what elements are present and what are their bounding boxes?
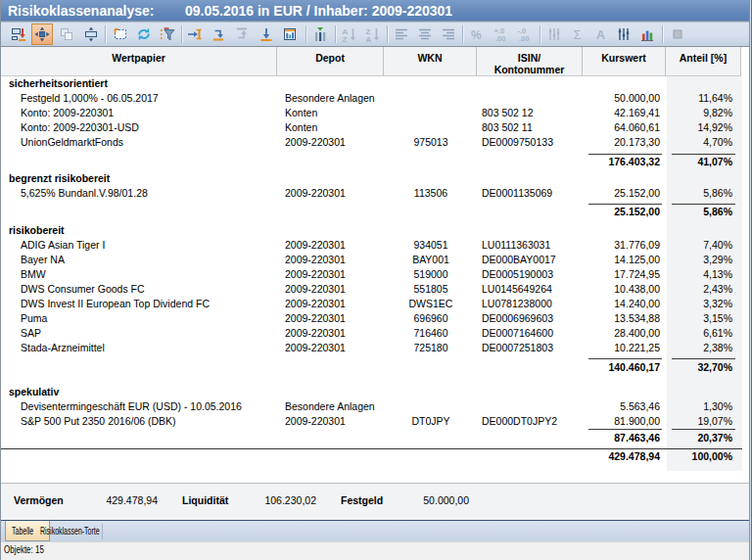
- subtotal-anteil: 32,70%: [668, 360, 732, 375]
- table-row[interactable]: 5,625% Bundanl.V.98/01.282009-2203011135…: [0, 186, 742, 201]
- subtotal-anteil: 41,07%: [668, 155, 732, 169]
- cell-depot: Konten: [285, 120, 317, 135]
- cell-isin: LU0145649264: [482, 282, 552, 297]
- cell-kurswert: 13.534,88: [584, 311, 660, 326]
- cell-depot: 2009-220301: [285, 297, 346, 311]
- cell-isin: 803 502 12: [482, 106, 534, 120]
- insert-row-below-icon[interactable]: [208, 23, 229, 45]
- cell-wertpapier: Devisentermingeschäft EUR (USD) - 10.05.…: [21, 399, 242, 414]
- cell-isin: DE0001135069: [482, 186, 552, 201]
- font-icon[interactable]: A: [590, 23, 612, 45]
- table-row[interactable]: ADIG Asian Tiger I2009-220301934051LU011…: [0, 238, 742, 253]
- risk-analysis-window: Risikoklassenanalyse: 09.05.2016 in EUR …: [0, 0, 752, 560]
- cell-anteil: 4,70%: [668, 135, 732, 150]
- remove-row-icon[interactable]: [231, 23, 253, 45]
- subtotal-row[interactable]: 25.152,005,86%: [0, 205, 742, 219]
- sort-asc-icon[interactable]: AZ: [339, 23, 360, 45]
- column-header-anteil[interactable]: Anteil [%]: [666, 47, 741, 75]
- cell-wkn: 551805: [385, 282, 477, 297]
- cell-wertpapier: Bayer NA: [21, 253, 65, 267]
- summary-bar: Vermögen 429.478,94 Liquidität 106.230,0…: [1, 483, 749, 520]
- align-left-icon[interactable]: [391, 23, 412, 45]
- cell-anteil: 4,13%: [668, 267, 732, 282]
- new-view-icon[interactable]: [110, 23, 131, 45]
- cell-anteil: 3,32%: [668, 297, 732, 311]
- group-row[interactable]: risikobereit: [0, 223, 742, 238]
- sort-desc-icon[interactable]: ZA: [362, 23, 384, 45]
- cell-depot: 2009-220301: [285, 341, 346, 355]
- column-header-isin[interactable]: ISIN/Kontonummer: [477, 47, 583, 75]
- column-header-depot[interactable]: Depot: [277, 47, 384, 75]
- row-chart-icon[interactable]: [279, 23, 301, 45]
- table-row[interactable]: DWS Invest II European Top Dividend FC20…: [0, 297, 742, 311]
- table-row[interactable]: Stada-Arzneimittel2009-220301725180DE000…: [0, 341, 742, 355]
- cell-wkn: DT0JPY: [385, 414, 477, 429]
- group-row[interactable]: begrenzt risikobereit: [0, 171, 742, 186]
- table-row[interactable]: UnionGeldmarktFonds2009-220301975013DE00…: [0, 135, 742, 150]
- column-settings-icon[interactable]: [613, 23, 634, 45]
- cell-kurswert: 20.173,30: [584, 135, 660, 150]
- table-row[interactable]: Puma2009-220301696960DE000696960313.534,…: [0, 311, 742, 326]
- remove-decimal-icon[interactable]: -.0.00: [513, 23, 535, 45]
- table-export-icon[interactable]: [8, 23, 29, 45]
- column-header-kurswert[interactable]: Kurswert: [583, 47, 666, 75]
- toolbar-separator: [662, 25, 663, 43]
- refresh-icon[interactable]: [133, 23, 155, 45]
- summary-label-liquiditaet: Liquidität: [182, 493, 228, 508]
- table-row[interactable]: S&P 500 Put 2350 2016/06 (DBK)2009-22030…: [0, 414, 742, 429]
- column-header-wertpapier[interactable]: Wertpapier: [1, 47, 277, 75]
- table-row[interactable]: SAP2009-220301716460DE000716460028.400,0…: [0, 326, 742, 341]
- row-settings-icon[interactable]: [543, 23, 565, 45]
- summary-value-liquiditaet: 106.230,02: [248, 493, 316, 508]
- stop-icon[interactable]: [667, 23, 688, 45]
- cell-kurswert: 28.400,00: [584, 326, 660, 341]
- cell-anteil: 7,40%: [668, 238, 732, 253]
- subtotal-line: [672, 358, 735, 359]
- table-row[interactable]: Devisentermingeschäft EUR (USD) - 10.05.…: [0, 399, 742, 414]
- cell-anteil: 6,61%: [668, 326, 732, 341]
- subtotal-row[interactable]: 87.463,4620,37%: [0, 431, 742, 445]
- group-row[interactable]: sicherheitsorientiert: [0, 76, 742, 91]
- pane-titlebar: Risikoklassenanalyse: 09.05.2016 in EUR …: [0, 0, 752, 22]
- column-header-wkn[interactable]: WKN: [384, 47, 477, 75]
- cell-kurswert: 14.125,00: [584, 253, 660, 267]
- insert-column-icon[interactable]: [309, 23, 331, 45]
- fit-selection-icon[interactable]: [56, 23, 77, 45]
- cell-kurswert: 50.000,00: [584, 91, 660, 106]
- svg-text:Z: Z: [343, 35, 348, 43]
- percent-icon[interactable]: %: [466, 23, 488, 45]
- svg-text:.00: .00: [519, 34, 529, 43]
- svg-text:A: A: [366, 35, 372, 43]
- subtotal-row[interactable]: 176.403,3241,07%: [0, 155, 742, 169]
- insert-row-icon[interactable]: [184, 23, 206, 45]
- align-center-icon[interactable]: [414, 23, 436, 45]
- fit-height-icon[interactable]: [80, 23, 102, 45]
- filter-icon[interactable]: [157, 23, 178, 45]
- toolbar-separator: [181, 25, 182, 43]
- align-right-icon[interactable]: [438, 23, 459, 45]
- table-row[interactable]: Konto: 2009-220301-USDKonten803 502 1164…: [0, 120, 742, 135]
- cell-depot: 2009-220301: [285, 238, 346, 253]
- table-row[interactable]: Festgeld 1,000% - 06.05.2017Besondere An…: [0, 91, 742, 106]
- tab-risikoklassen-torte[interactable]: Risikoklassen-Torte: [40, 521, 125, 541]
- total-separator-line: [1, 448, 742, 449]
- sum-row-icon[interactable]: [256, 23, 277, 45]
- subtotal-row[interactable]: 140.460,1732,70%: [0, 360, 742, 375]
- table-row[interactable]: Bayer NA2009-220301BAY001DE000BAY001714.…: [0, 253, 742, 267]
- cell-depot: 2009-220301: [285, 253, 346, 267]
- sum-icon[interactable]: Σ: [567, 23, 588, 45]
- group-label: begrenzt risikobereit: [9, 171, 110, 186]
- group-row[interactable]: spekulativ: [0, 385, 742, 399]
- toolbar-separator: [387, 25, 388, 43]
- table-row[interactable]: DWS Consumer Goods FC2009-220301551805LU…: [0, 282, 742, 297]
- table-row[interactable]: BMW2009-220301519000DE000519000317.724,9…: [0, 267, 742, 282]
- table-header: Wertpapier Depot WKN ISIN/Kontonummer Ku…: [1, 47, 741, 76]
- chart-icon[interactable]: [636, 23, 658, 45]
- add-decimal-icon[interactable]: +.0.00: [490, 23, 511, 45]
- cell-isin: LU0781238000: [482, 297, 552, 311]
- cell-isin: DE0006969603: [482, 311, 553, 326]
- fit-to-window-icon[interactable]: [31, 23, 53, 45]
- cell-anteil: 3,15%: [668, 311, 732, 326]
- total-row[interactable]: 429.478,94100,00%: [0, 449, 742, 464]
- table-row[interactable]: Konto: 2009-220301Konten803 502 1242.169…: [0, 106, 742, 120]
